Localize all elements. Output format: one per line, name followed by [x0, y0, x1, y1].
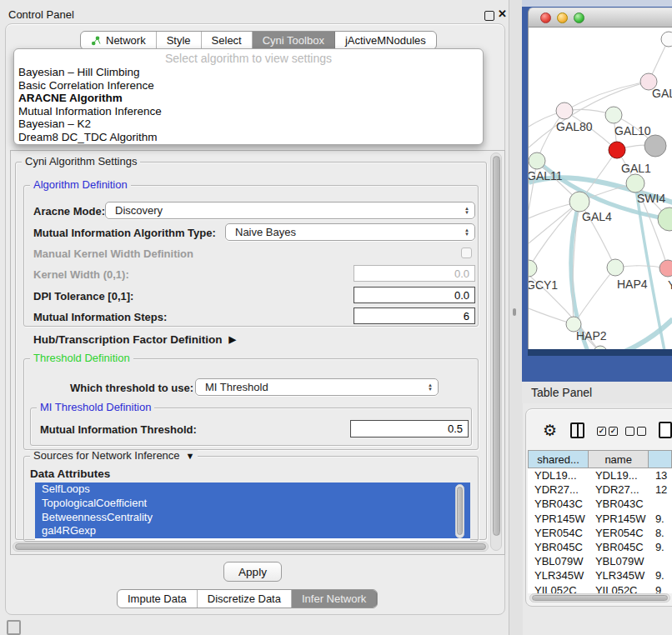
data-attributes-list[interactable]: SelfLoopsTopologicalCoefficientBetweenne… [35, 482, 470, 540]
which-threshold-label: Which threshold to use: [70, 382, 193, 394]
mi-threshold-input[interactable] [350, 420, 469, 438]
node-table[interactable]: shared...name YDL19...YDL19...13YDR27...… [528, 450, 672, 593]
document-icon[interactable] [659, 422, 672, 438]
minimize-window-icon[interactable] [557, 12, 568, 23]
control-panel-tabs: NetworkStyleSelectCyni ToolboxjActiveMNo… [80, 31, 437, 50]
table-row[interactable]: YBL079WYBL079W [528, 554, 672, 568]
tab-cyni-toolbox[interactable]: Cyni Toolbox [253, 32, 335, 49]
algorithm-option[interactable]: Bayesian – K2 [14, 118, 483, 131]
table-column-header[interactable]: name [589, 450, 649, 468]
network-node-label: GAL11 [529, 169, 563, 182]
network-node[interactable] [644, 135, 666, 157]
collapsed-panel-icon[interactable] [7, 620, 21, 635]
table-row[interactable]: YLR345WYLR345W9. [528, 568, 672, 582]
split-columns-icon[interactable] [570, 422, 584, 438]
mi-type-label: Mutual Information Algorithm Type: [33, 227, 216, 239]
dock-divider[interactable] [509, 0, 523, 635]
algorithm-option[interactable]: Mutual Information Inference [14, 105, 483, 118]
network-node[interactable] [658, 208, 672, 231]
apply-button[interactable]: Apply [223, 562, 282, 582]
table-cell: YPR145W [528, 512, 589, 525]
network-node[interactable] [529, 152, 545, 169]
table-column-header[interactable]: shared... [528, 450, 589, 468]
attributes-list-scrollbar[interactable] [455, 484, 464, 538]
aracne-mode-combobox[interactable]: Discovery ▲▼ [105, 202, 475, 219]
manual-kernel-checkbox[interactable] [461, 248, 472, 258]
settings-horizontal-scrollbar[interactable] [13, 542, 489, 552]
network-node[interactable] [626, 174, 644, 192]
table-cell: YPR145W [589, 512, 649, 525]
bottom-tabs: Impute DataDiscretize DataInfer Network [117, 589, 378, 608]
mi-steps-input[interactable] [354, 308, 475, 324]
kernel-width-input[interactable] [354, 265, 475, 282]
gear-icon[interactable]: ⚙ [543, 422, 557, 438]
table-horizontal-scrollbar[interactable] [529, 593, 670, 602]
control-panel-title: Control Panel [8, 8, 74, 21]
aracne-mode-label: Aracne Mode: [33, 205, 105, 218]
dpi-tolerance-input[interactable] [354, 287, 475, 303]
data-attribute-item[interactable]: TopologicalCoefficient [35, 497, 470, 511]
select-all-checkboxes-icon[interactable]: ✓✓ [597, 427, 618, 436]
tab-network[interactable]: Network [81, 32, 157, 49]
divider-grip-icon[interactable] [513, 308, 516, 316]
algorithm-option[interactable]: ARACNE Algorithm [14, 92, 483, 105]
tab-jactivemnodules[interactable]: jActiveMNodules [335, 32, 436, 49]
combo-stepper-icon[interactable]: ▲▼ [464, 207, 469, 215]
network-node[interactable] [529, 260, 537, 277]
network-canvas[interactable]: GALGAL80GAL10GAL1GAL11SWI4GAL4GCY1HAP4YH… [528, 28, 672, 349]
sources-group-title-row[interactable]: Sources for Network Inference ▼ [30, 450, 198, 462]
close-panel-icon[interactable]: ✕ [498, 9, 507, 19]
table-column-header[interactable] [649, 450, 672, 468]
table-row[interactable]: YDL19...YDL19...13 [528, 468, 672, 482]
network-window-titlebar[interactable] [528, 8, 672, 28]
collapsed-arrow-icon[interactable]: ▶ [229, 334, 236, 345]
data-attribute-item[interactable]: gal4RGexp [35, 524, 470, 538]
table-row[interactable]: YDR27...YDR27...12 [528, 482, 672, 497]
which-threshold-combobox[interactable]: MI Threshold ▲▼ [195, 378, 439, 396]
network-node[interactable] [605, 107, 622, 123]
mi-type-combobox[interactable]: Naive Bayes ▲▼ [225, 223, 475, 241]
data-attribute-item[interactable]: SelfLoops [35, 482, 470, 497]
close-window-icon[interactable] [540, 12, 551, 23]
table-row[interactable]: YER054CYER054C8. [528, 526, 672, 540]
bottom-tab-discretize-data[interactable]: Discretize Data [198, 590, 292, 608]
table-row[interactable]: YPR145WYPR145W9. [528, 512, 672, 526]
hub-definition-toggle[interactable]: Hub/Transcription Factor Definition ▶ [33, 333, 236, 346]
data-attributes-label: Data Attributes [30, 468, 110, 480]
network-node-label: GAL10 [614, 124, 651, 138]
table-row[interactable]: YIL052CYIL052C9 [528, 583, 672, 594]
zoom-window-icon[interactable] [574, 12, 584, 23]
combo-stepper-icon[interactable]: ▲▼ [428, 383, 433, 392]
bottom-tab-impute-data[interactable]: Impute Data [118, 590, 198, 608]
network-node[interactable] [607, 259, 624, 276]
table-cell: YER054C [528, 527, 589, 539]
network-node-label: SWI4 [637, 192, 665, 205]
bottom-tab-label: Impute Data [128, 592, 187, 605]
algorithm-option[interactable]: Basic Correlation Inference [14, 79, 483, 92]
expanded-arrow-icon[interactable]: ▼ [186, 450, 195, 462]
float-panel-icon[interactable] [484, 11, 494, 21]
deselect-all-checkboxes-icon[interactable] [625, 427, 646, 436]
combo-stepper-icon[interactable]: ▲▼ [464, 228, 469, 237]
algorithm-option[interactable]: Bayesian – Hill Climbing [14, 66, 483, 79]
data-attribute-item[interactable]: BetweennessCentrality [35, 511, 470, 525]
network-node[interactable] [661, 32, 672, 47]
settings-vertical-scrollbar[interactable] [490, 152, 502, 551]
tab-select[interactable]: Select [202, 32, 253, 49]
algorithm-option[interactable]: Dream8 DC_TDC Algorithm [14, 131, 483, 144]
tab-style[interactable]: Style [157, 32, 202, 49]
table-row[interactable]: YBR043CYBR043C [528, 497, 672, 511]
network-node[interactable] [569, 192, 589, 212]
bottom-tab-infer-network[interactable]: Infer Network [292, 590, 377, 608]
tab-label: Style [167, 34, 191, 47]
mi-steps-label: Mutual Information Steps: [33, 311, 167, 323]
network-node[interactable] [556, 102, 573, 119]
network-edge[interactable] [574, 268, 615, 324]
network-node[interactable] [609, 142, 625, 158]
network-edge[interactable] [529, 82, 649, 148]
table-header-row: shared...name [528, 450, 672, 468]
table-row[interactable]: YBR045CYBR045C9. [528, 540, 672, 554]
network-node[interactable] [659, 260, 672, 277]
tab-label: jActiveMNodules [345, 34, 426, 47]
table-cell: 9. [649, 541, 672, 553]
